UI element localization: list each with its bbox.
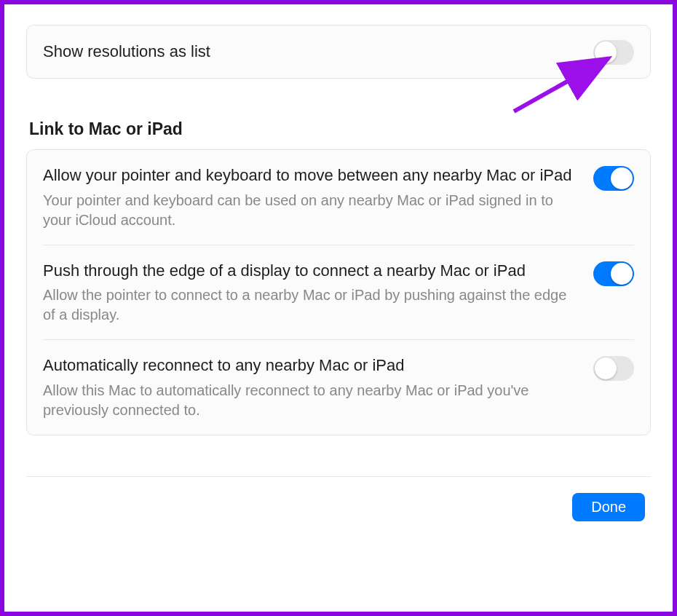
allow-pointer-desc: Your pointer and keyboard can be used on… bbox=[43, 191, 579, 230]
show-resolutions-row: Show resolutions as list bbox=[27, 25, 650, 78]
toggle-knob bbox=[595, 42, 617, 63]
push-edge-title: Push through the edge of a display to co… bbox=[43, 260, 579, 282]
push-edge-desc: Allow the pointer to connect to a nearby… bbox=[43, 285, 579, 325]
allow-pointer-row: Allow your pointer and keyboard to move … bbox=[27, 150, 650, 245]
show-resolutions-label: Show resolutions as list bbox=[43, 41, 579, 63]
push-edge-toggle[interactable] bbox=[593, 261, 634, 286]
allow-pointer-title: Allow your pointer and keyboard to move … bbox=[43, 165, 579, 186]
link-card: Allow your pointer and keyboard to move … bbox=[26, 149, 651, 435]
auto-reconnect-title: Automatically reconnect to any nearby Ma… bbox=[43, 355, 579, 376]
link-section-title: Link to Mac or iPad bbox=[29, 119, 648, 139]
toggle-knob bbox=[611, 263, 633, 285]
show-resolutions-toggle[interactable] bbox=[593, 40, 634, 65]
allow-pointer-toggle[interactable] bbox=[593, 166, 634, 191]
push-edge-row: Push through the edge of a display to co… bbox=[27, 245, 650, 340]
done-button[interactable]: Done bbox=[572, 493, 645, 521]
footer: Done bbox=[26, 477, 651, 521]
auto-reconnect-row: Automatically reconnect to any nearby Ma… bbox=[27, 340, 650, 435]
resolutions-card: Show resolutions as list bbox=[26, 25, 651, 79]
toggle-knob bbox=[611, 167, 633, 189]
auto-reconnect-toggle[interactable] bbox=[593, 356, 634, 381]
auto-reconnect-desc: Allow this Mac to automatically reconnec… bbox=[43, 381, 579, 420]
